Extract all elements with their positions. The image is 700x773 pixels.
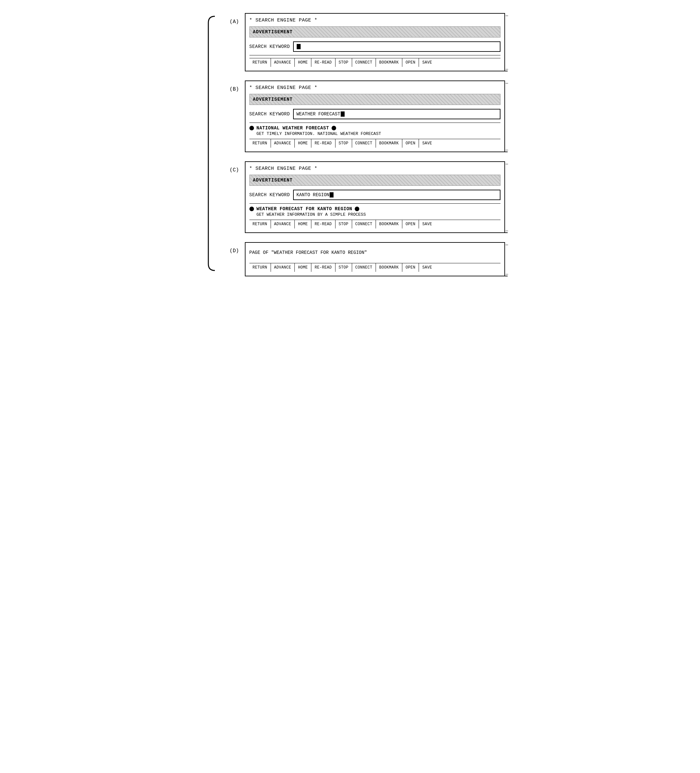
panel-letter-1: (B) — [228, 81, 241, 92]
search-input-0[interactable] — [293, 41, 500, 52]
toolbar-btn-re-read-0[interactable]: RE-READ — [311, 58, 336, 67]
page-wrapper: (A)* SEARCH ENGINE PAGE *ADVERTISEMENTSE… — [195, 13, 505, 276]
toolbar-btn-save-2[interactable]: SAVE — [419, 220, 435, 229]
panel-3: PAGE OF "WEATHER FORECAST FOR KANTO REGI… — [245, 242, 505, 276]
left-bracket — [205, 13, 218, 276]
right-indicator-2: —— — [506, 161, 511, 233]
toolbar-2: RETURNADVANCEHOMERE-READSTOPCONNECTBOOKM… — [249, 220, 501, 229]
panel-wrap-3: PAGE OF "WEATHER FORECAST FOR KANTO REGI… — [245, 242, 505, 276]
toolbar-btn-return-3[interactable]: RETURN — [249, 263, 271, 272]
toolbar-btn-open-2[interactable]: OPEN — [402, 220, 419, 229]
tick-bottom-3: — — [506, 271, 511, 276]
search-row-0: SEARCH KEYWORD — [249, 41, 501, 52]
right-indicator-0: —— — [506, 13, 511, 71]
toolbar-btn-connect-1[interactable]: CONNECT — [352, 139, 376, 148]
result-title-text-1-0[interactable]: NATIONAL WEATHER FORECAST — [257, 125, 329, 131]
toolbar-btn-return-0[interactable]: RETURN — [249, 58, 271, 67]
panel-letter-2: (C) — [228, 161, 241, 173]
cursor-1 — [341, 112, 344, 117]
panel-title-2: * SEARCH ENGINE PAGE * — [249, 166, 501, 171]
panel-2: * SEARCH ENGINE PAGE *ADVERTISEMENTSEARC… — [245, 161, 505, 233]
toolbar-btn-re-read-3[interactable]: RE-READ — [311, 263, 336, 272]
panel-row-2: (C)* SEARCH ENGINE PAGE *ADVERTISEMENTSE… — [228, 161, 505, 233]
toolbar-btn-return-2[interactable]: RETURN — [249, 220, 271, 229]
toolbar-btn-advance-3[interactable]: ADVANCE — [271, 263, 295, 272]
result-desc-1-0: GET TIMELY INFORMATION. NATIONAL WEATHER… — [257, 132, 501, 136]
panel-row-0: (A)* SEARCH ENGINE PAGE *ADVERTISEMENTSE… — [228, 13, 505, 71]
toolbar-btn-home-3[interactable]: HOME — [295, 263, 311, 272]
toolbar-btn-save-0[interactable]: SAVE — [419, 58, 435, 67]
advertisement-bar-1: ADVERTISEMENT — [249, 94, 501, 105]
search-input-1[interactable]: WEATHER FORECAST — [293, 109, 500, 119]
toolbar-btn-re-read-1[interactable]: RE-READ — [311, 139, 336, 148]
toolbar-btn-bookmark-0[interactable]: BOOKMARK — [376, 58, 402, 67]
tick-bottom-0: — — [506, 66, 511, 71]
panel-1: * SEARCH ENGINE PAGE *ADVERTISEMENTSEARC… — [245, 81, 505, 152]
toolbar-btn-home-1[interactable]: HOME — [295, 139, 311, 148]
divider-2 — [249, 203, 501, 204]
cursor-0 — [297, 44, 301, 49]
result-title-text-2-0[interactable]: WEATHER FORECAST FOR KANTO REGION — [257, 206, 352, 212]
panel-row-1: (B)* SEARCH ENGINE PAGE *ADVERTISEMENTSE… — [228, 81, 505, 152]
toolbar-btn-connect-0[interactable]: CONNECT — [352, 58, 376, 67]
toolbar-3: RETURNADVANCEHOMERE-READSTOPCONNECTBOOKM… — [249, 263, 501, 272]
panel-title-1: * SEARCH ENGINE PAGE * — [249, 85, 501, 90]
result-title-row-1-0: NATIONAL WEATHER FORECAST — [249, 125, 501, 131]
toolbar-btn-save-3[interactable]: SAVE — [419, 263, 435, 272]
tick-top-0: — — [506, 13, 511, 18]
toolbar-0: RETURNADVANCEHOMERE-READSTOPCONNECTBOOKM… — [249, 58, 501, 67]
panel-0: * SEARCH ENGINE PAGE *ADVERTISEMENTSEARC… — [245, 13, 505, 71]
tick-top-2: — — [506, 161, 511, 166]
toolbar-btn-re-read-2[interactable]: RE-READ — [311, 220, 336, 229]
toolbar-btn-stop-3[interactable]: STOP — [336, 263, 352, 272]
tick-top-1: — — [506, 81, 511, 86]
panel-row-3: (D)PAGE OF "WEATHER FORECAST FOR KANTO R… — [228, 242, 505, 276]
toolbar-btn-save-1[interactable]: SAVE — [419, 139, 435, 148]
toolbar-1: RETURNADVANCEHOMERE-READSTOPCONNECTBOOKM… — [249, 139, 501, 148]
toolbar-btn-advance-2[interactable]: ADVANCE — [271, 220, 295, 229]
toolbar-btn-bookmark-3[interactable]: BOOKMARK — [376, 263, 402, 272]
panel-letter-0: (A) — [228, 13, 241, 25]
toolbar-btn-advance-0[interactable]: ADVANCE — [271, 58, 295, 67]
panel-wrap-2: * SEARCH ENGINE PAGE *ADVERTISEMENTSEARC… — [245, 161, 505, 233]
panel-letter-3: (D) — [228, 242, 241, 254]
panel-title-0: * SEARCH ENGINE PAGE * — [249, 18, 501, 23]
panel-wrap-0: * SEARCH ENGINE PAGE *ADVERTISEMENTSEARC… — [245, 13, 505, 71]
advertisement-bar-2: ADVERTISEMENT — [249, 175, 501, 186]
search-row-2: SEARCH KEYWORDKANTO REGION — [249, 190, 501, 200]
right-indicator-1: —— — [506, 81, 511, 152]
toolbar-btn-open-1[interactable]: OPEN — [402, 139, 419, 148]
toolbar-btn-connect-2[interactable]: CONNECT — [352, 220, 376, 229]
search-row-1: SEARCH KEYWORDWEATHER FORECAST — [249, 109, 501, 119]
toolbar-btn-bookmark-2[interactable]: BOOKMARK — [376, 220, 402, 229]
toolbar-btn-open-3[interactable]: OPEN — [402, 263, 419, 272]
toolbar-btn-advance-1[interactable]: ADVANCE — [271, 139, 295, 148]
toolbar-btn-return-1[interactable]: RETURN — [249, 139, 271, 148]
toolbar-btn-stop-2[interactable]: STOP — [336, 220, 352, 229]
bullet-2-0-2 — [355, 207, 359, 211]
search-label-1: SEARCH KEYWORD — [249, 112, 290, 117]
search-label-0: SEARCH KEYWORD — [249, 44, 290, 49]
toolbar-btn-home-0[interactable]: HOME — [295, 58, 311, 67]
page-content-3: PAGE OF "WEATHER FORECAST FOR KANTO REGI… — [249, 247, 501, 260]
toolbar-btn-stop-1[interactable]: STOP — [336, 139, 352, 148]
search-label-2: SEARCH KEYWORD — [249, 192, 290, 197]
panel-wrap-1: * SEARCH ENGINE PAGE *ADVERTISEMENTSEARC… — [245, 81, 505, 152]
toolbar-btn-bookmark-1[interactable]: BOOKMARK — [376, 139, 402, 148]
tick-top-3: — — [506, 242, 511, 247]
bullet-1-0-2 — [331, 126, 336, 130]
result-title-row-2-0: WEATHER FORECAST FOR KANTO REGION — [249, 206, 501, 212]
tick-bottom-1: — — [506, 147, 511, 152]
tick-bottom-2: — — [506, 228, 511, 233]
toolbar-btn-home-2[interactable]: HOME — [295, 220, 311, 229]
right-indicator-3: —— — [506, 242, 511, 276]
search-result-1-0: NATIONAL WEATHER FORECASTGET TIMELY INFO… — [249, 125, 501, 136]
toolbar-btn-open-0[interactable]: OPEN — [402, 58, 419, 67]
search-input-2[interactable]: KANTO REGION — [293, 190, 500, 200]
toolbar-btn-connect-3[interactable]: CONNECT — [352, 263, 376, 272]
toolbar-btn-stop-0[interactable]: STOP — [336, 58, 352, 67]
bullet-1-0-1 — [249, 126, 254, 130]
advertisement-bar-0: ADVERTISEMENT — [249, 26, 501, 38]
search-result-2-0: WEATHER FORECAST FOR KANTO REGIONGET WEA… — [249, 206, 501, 217]
bullet-2-0-1 — [249, 207, 254, 211]
